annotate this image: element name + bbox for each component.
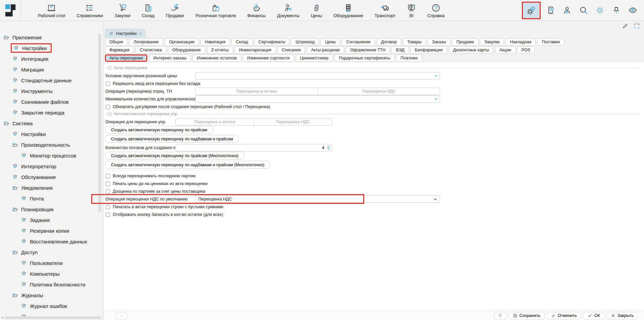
vat-default-dropdown[interactable]: Переоценка НДС [195, 195, 440, 203]
toolbar-item-retail[interactable]: Розничная торговля [190, 0, 242, 20]
always-last-batch-checkbox[interactable] [106, 174, 110, 178]
tree-item-vosstanovlenie-dannykh[interactable]: Восстановление данных [0, 236, 103, 247]
tab[interactable]: Накладная [505, 38, 536, 46]
tree-item-instrumenty[interactable]: Инструменты [0, 86, 103, 96]
tree-item-kompyutery[interactable]: Компьютеры [0, 268, 103, 279]
doc-tab-nastroyki[interactable]: Настройки × [105, 29, 145, 38]
tab[interactable]: Общие [105, 38, 127, 46]
print-empty-sums-checkbox[interactable] [106, 205, 110, 209]
toolbar-item-documents[interactable]: Документы [271, 0, 305, 20]
tree-item-obsluzhivanie[interactable]: Обслуживание [0, 172, 103, 182]
tab[interactable]: ВЭД [391, 46, 409, 54]
sidebar-vertical-scrollbar[interactable] [98, 34, 101, 212]
tab[interactable]: Соглашение [342, 38, 375, 46]
collapse-icon[interactable]: − [108, 66, 112, 70]
tree-item-pochta[interactable]: Почта [0, 193, 103, 204]
threads-count-input[interactable] [175, 144, 332, 151]
tab[interactable]: Изменение сортности [243, 54, 294, 62]
tree-item-zadaniya[interactable]: Задания [0, 215, 103, 225]
tab[interactable]: Организации [165, 38, 199, 46]
tab-akty-pereotsenki[interactable]: Акты переоценки [105, 54, 147, 62]
settings-button[interactable] [522, 2, 541, 19]
tab[interactable]: Договор [377, 38, 401, 46]
tab[interactable]: Цены [321, 38, 340, 46]
tab[interactable]: Поставки [537, 38, 564, 46]
tab[interactable]: Ценник/стикер [296, 54, 333, 62]
tree-item-zhurnal-oshibok[interactable]: Журнал ошибок [0, 301, 103, 311]
collapse-icon[interactable]: − [108, 112, 112, 116]
toolbar-item-purchases[interactable]: Закупки [109, 0, 136, 20]
cancel-button[interactable]: Отменить [547, 312, 581, 319]
create-reprice-by-prices-mt-button[interactable]: Создать автоматическую переоценку по пра… [105, 152, 244, 159]
toolbar-item-finance[interactable]: Финансы [241, 0, 271, 20]
tree-item-migratsiya[interactable]: Миграция [0, 64, 103, 75]
toolbar-item-prices[interactable]: Цены [305, 0, 328, 20]
tree-folder-sistema[interactable]: Система [0, 118, 103, 129]
tab[interactable]: Акции [495, 46, 516, 54]
toolbar-item-equipment[interactable]: Оборудование [328, 0, 369, 20]
tab[interactable]: Товары [403, 38, 426, 46]
print-price-before-checkbox[interactable] [106, 182, 110, 186]
tree-item-politika-bezopasnosti[interactable]: Политика безопасности [0, 279, 103, 290]
sidebar-horizontal-scrollbar[interactable]: ◄ [0, 316, 101, 319]
tab[interactable]: Z-отчеты [207, 46, 233, 54]
create-reprice-by-markup-mt-button[interactable]: Создать автоматическую переоценку по над… [105, 161, 270, 169]
tab[interactable]: Логирование [129, 38, 163, 46]
tab[interactable]: Штрихкод [291, 38, 319, 46]
tree-folder-planirovshchik[interactable]: Планировщик [0, 204, 103, 215]
search-button[interactable] [577, 2, 590, 18]
edit-pencil-icon[interactable] [622, 23, 628, 29]
feedback-button[interactable] [544, 2, 557, 18]
tree-folder-zhurnaly[interactable]: Журналы [0, 290, 103, 301]
tree-item-integratsiya[interactable]: Интеграция [0, 53, 103, 64]
tree-item-standartnye-dannye[interactable]: Стандартные данные [0, 75, 103, 86]
expand-fullscreen-icon[interactable] [634, 23, 640, 29]
tab[interactable]: Склад [231, 38, 252, 46]
tab[interactable]: Навигация [201, 38, 230, 46]
save-button[interactable]: Сохранить [508, 312, 545, 319]
toolbar-item-directories[interactable]: Справочники [71, 0, 109, 20]
tab[interactable]: Изменение остатков [193, 54, 241, 62]
toolbar-item-sales[interactable]: Продажи [160, 0, 190, 20]
option-pereotsenka-nds[interactable]: Переоценка НДС [254, 119, 332, 125]
supplier-price-checkbox[interactable] [106, 189, 110, 194]
chevron-down-icon[interactable] [434, 74, 438, 78]
pin-button[interactable] [609, 2, 623, 18]
tab[interactable]: Сертификаты [254, 38, 290, 46]
tab[interactable]: Заказы [428, 38, 450, 46]
option-pereotsenka-nds[interactable]: Переоценка НДС [318, 88, 440, 95]
tab[interactable]: Статистика [136, 46, 166, 54]
theme-button[interactable] [593, 2, 606, 18]
scroll-left-arrow-icon[interactable]: ◄ [0, 316, 5, 319]
tree-folder-proizvoditelnost[interactable]: Производительность [0, 139, 103, 150]
tab[interactable]: Белфармация [411, 46, 447, 54]
option-pereotsenka-v-apteke[interactable]: Переоценка в аптеке [176, 119, 254, 125]
tab[interactable]: Акты расценки [307, 46, 344, 54]
min-qty-input[interactable] [195, 95, 440, 103]
tab[interactable]: Закупки [480, 38, 504, 46]
update-datetime-checkbox[interactable] [106, 105, 110, 109]
rounding-condition-input[interactable] [195, 72, 440, 80]
tab[interactable]: POS [517, 46, 535, 54]
toolbar-item-bi[interactable]: BI [401, 0, 422, 20]
close-tab-icon[interactable]: × [139, 31, 142, 36]
ok-button[interactable]: ОК [583, 312, 604, 319]
tree-item-monitor-protsessov[interactable]: Монитор процессов [0, 150, 103, 161]
tab[interactable]: Фармация [105, 46, 134, 54]
view-button[interactable] [626, 2, 639, 18]
toolbar-item-transport[interactable]: Транспорт [369, 0, 401, 20]
toolbar-item-desktop[interactable]: Рабочий стол [32, 0, 71, 20]
toolbar-item-warehouse[interactable]: Склад [136, 0, 160, 20]
toolbar-item-help[interactable]: Справка [422, 0, 450, 20]
tree-item-nastroyki-sistema[interactable]: Настройки [0, 129, 103, 139]
create-reprice-by-prices-button[interactable]: Создать автоматическую переоценку по пра… [105, 126, 213, 134]
tab[interactable]: Платежи [396, 54, 422, 62]
tab[interactable]: Дисконтные карты [449, 46, 493, 54]
show-record-button-checkbox[interactable] [106, 213, 110, 217]
tab[interactable]: Продажи [452, 38, 478, 46]
tree-folder-dostup[interactable]: Доступ [0, 247, 103, 258]
refresh-button[interactable] [494, 312, 506, 319]
more-options-button[interactable] [116, 312, 127, 319]
user-button[interactable] [560, 2, 574, 18]
tab[interactable]: Подарочные сертификаты [334, 54, 394, 62]
